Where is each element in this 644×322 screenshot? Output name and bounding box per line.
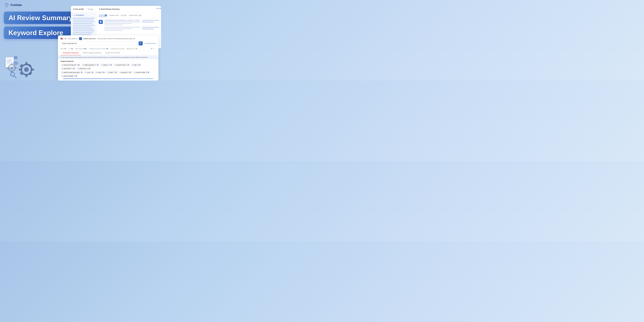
kw-num-3: 41: [108, 64, 110, 66]
tab-market-label: Market Category Keywords: [83, 52, 102, 54]
tab-requirements-label: Requirements: [129, 14, 138, 16]
ai-analysis-button[interactable]: + + AI Analysis: [73, 14, 95, 16]
search-chip-icon-r2-3: 🔍: [96, 72, 98, 73]
kw-text-r2-6: warzone mobile: [136, 72, 145, 73]
kw-num-r2-4: 67: [113, 72, 115, 73]
user-profile-label: User profile: [74, 8, 84, 10]
tab-positive-badge: 3: [104, 14, 107, 16]
review-line: [104, 20, 126, 21]
keyword-search-section: US users search for Zenless Zone Zero , …: [58, 36, 158, 47]
kw-chip-r2-2[interactable]: 🔍 yune - ⊕: [84, 71, 94, 74]
kw-chip-1[interactable]: 🔍 bungo stray dogs totl 41 ⊕: [60, 64, 81, 66]
kw-plus-2[interactable]: ⊕: [97, 64, 98, 66]
kw-plus-r2-4[interactable]: ⊕: [116, 72, 117, 73]
kw-chip-r2-7[interactable]: 🔍 dead by daylight 56 ⊕: [60, 74, 78, 78]
kw-text-4: gacha life club: [117, 64, 125, 66]
tab-requirements[interactable]: Requirements 5: [129, 14, 141, 17]
search-context-text: US: [64, 38, 66, 40]
tab-bug-label: Bug: [121, 14, 124, 16]
search-results-value: 248: [106, 48, 108, 50]
kw-chip-r2-6[interactable]: 🔍 warzone mobile 58 ⊕: [133, 71, 150, 74]
kw-num-5: 42: [137, 64, 138, 66]
kw-chip-r2-5[interactable]: 🔍 gacha life 59 ⊕: [118, 71, 132, 74]
meta-line: [142, 27, 159, 28]
svg-rect-27: [7, 67, 9, 68]
line-block: [73, 18, 95, 19]
us-flag-icon: [60, 38, 63, 40]
line-block: [73, 30, 95, 31]
search-button[interactable]: 🔍: [138, 41, 143, 46]
tab-bug-badge: 0: [124, 14, 126, 16]
kw-plus-r2-7[interactable]: ⊕: [76, 75, 77, 77]
line-block: [73, 23, 92, 24]
vol-value: 41: [71, 48, 73, 50]
tab-competitor-keywords[interactable]: Competitor Keywords: [60, 50, 81, 55]
tab-positive[interactable]: Positive 3: [99, 14, 107, 17]
tab-market-category[interactable]: Market Category Keywords: [81, 50, 104, 55]
kw-chip-5[interactable]: 🔍 5gta 42 ⊕: [131, 64, 142, 66]
kw-plus-1[interactable]: ⊕: [78, 64, 80, 66]
rank-value: 27: [64, 48, 66, 50]
kw-chip-6[interactable]: 🔍 earth impact 41 ⊕: [60, 67, 76, 70]
kw-text-6: earth impact: [64, 68, 71, 69]
kw-chip-2[interactable]: 🔍 offline rpg games 41 ⊕: [82, 64, 100, 66]
kw-chip-4[interactable]: 🔍 gacha life club 41 ⊕: [114, 64, 130, 66]
line-block: [73, 28, 94, 30]
kw-chip-r2-1[interactable]: 🔍 genshin impact quest guide - ⊕: [60, 71, 83, 74]
tab-negative[interactable]: Negative 4: [110, 14, 118, 17]
avatar-icon: [100, 20, 102, 23]
svg-rect-15: [26, 62, 27, 65]
kw-chip-r2-4[interactable]: 🔍 twitch 67 ⊕: [106, 71, 118, 74]
kw-num-r2-1: -: [80, 72, 80, 73]
the-fol-link[interactable]: The fol: [156, 8, 161, 10]
kw-chip-7[interactable]: 🔍 joycity corp 41 ⊕: [76, 67, 91, 70]
svg-line-30: [14, 76, 16, 78]
line-block: [73, 32, 93, 33]
kw-plus-r2-5[interactable]: ⊕: [130, 72, 131, 73]
kw-chip-r2-3[interactable]: 🔍 zelle 68 ⊕: [95, 71, 106, 74]
kw-plus-r2-1[interactable]: ⊕: [81, 72, 82, 73]
svg-rect-35: [60, 39, 63, 39]
meta-line: [142, 20, 159, 21]
max-reach-label: Max. Reach: [75, 48, 83, 50]
svg-rect-17: [19, 69, 22, 70]
copy-button[interactable]: ⧉ Copy: [86, 8, 94, 10]
search-chip-icon-r2-7: 🔍: [62, 75, 63, 77]
difficulty-value: 0: [136, 48, 137, 50]
kw-plus-r2-3[interactable]: ⊕: [103, 72, 104, 73]
dot-3: [154, 48, 154, 49]
kw-plus-7[interactable]: ⊕: [88, 68, 90, 70]
review-line: [104, 23, 132, 24]
kw-plus-6[interactable]: ⊕: [73, 68, 74, 70]
opportunity-stat: Opportunity Score 0: [111, 48, 124, 50]
kw-text-r2-1: genshin impact quest guide: [64, 72, 80, 73]
keyword-search-input[interactable]: [60, 42, 137, 45]
tab-bug[interactable]: Bug 0: [121, 14, 126, 17]
kw-num-r2-5: 59: [128, 72, 129, 73]
search-results-stat: Number of search results 248: [90, 48, 108, 50]
review-meta: [142, 20, 159, 22]
review-row-2: [99, 27, 159, 31]
kw-text-1: bungo stray dogs totl: [64, 64, 76, 66]
kw-plus-3[interactable]: ⊕: [110, 64, 112, 66]
search-row: 🔍 ↻ History Records: [60, 41, 156, 46]
search-chip-icon-r2-1: 🔍: [62, 72, 63, 73]
search-chip-icon-4: 🔍: [115, 64, 116, 66]
tab-global-hot[interactable]: Global Hot Keywords: [104, 50, 122, 55]
decorative-area: [0, 44, 62, 80]
svg-point-2: [6, 5, 6, 6]
kw-chip-3[interactable]: 🔍 desert x 41 ⊕: [100, 64, 113, 66]
kw-plus-4[interactable]: ⊕: [128, 64, 129, 66]
svg-rect-25: [11, 63, 12, 65]
difficulty-stat: Difficulty Score 0: [126, 48, 137, 50]
kw-plus-5[interactable]: ⊕: [139, 64, 140, 66]
tab-negative-badge: 4: [116, 14, 118, 16]
kw-plus-r2-6[interactable]: ⊕: [148, 72, 149, 73]
difficulty-label: Difficulty Score: [126, 48, 136, 50]
keyword-stats-row: Rank 27 Vol 41 Max. Reach 6637 Number of…: [58, 47, 158, 50]
copy-label: Copy: [90, 8, 93, 10]
history-records-button[interactable]: ↻ History Records: [144, 43, 156, 44]
line-block: [73, 21, 95, 22]
kw-text-r2-2: yune: [87, 72, 90, 73]
kw-plus-r2-2[interactable]: ⊕: [92, 72, 93, 73]
